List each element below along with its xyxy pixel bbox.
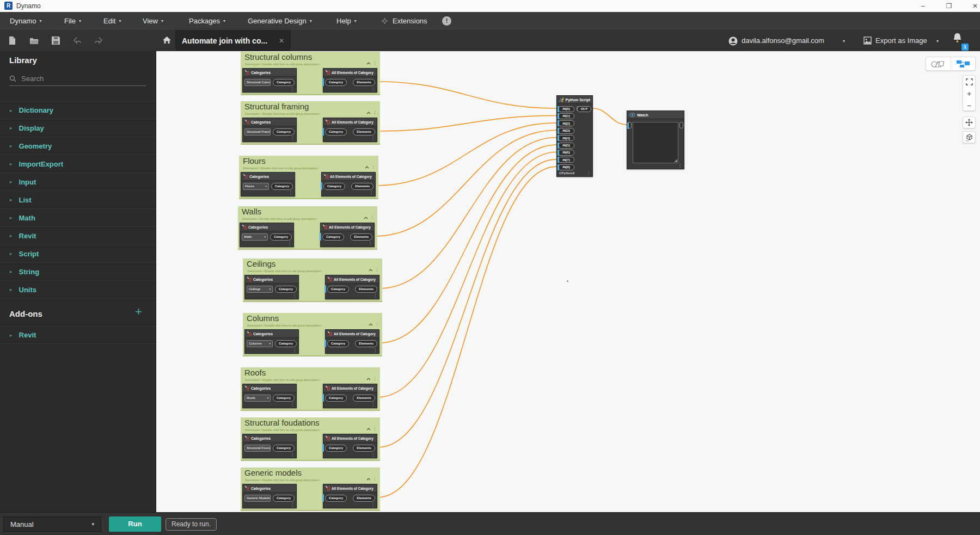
category-input-port[interactable]: Category [325,79,347,86]
menu-item-dynamo[interactable]: Dynamo▾ [10,12,41,30]
open-file-icon[interactable] [29,36,39,45]
export-image-icon[interactable] [863,36,872,45]
node-menu-icon[interactable]: ⋮ [290,402,295,407]
python-input-port-2[interactable]: IN[2] [558,120,574,126]
category-input-port[interactable]: Category [325,495,347,502]
addons-item-revit[interactable]: ▸Revit [0,326,156,344]
all-elements-of-category-node[interactable]: All Elements of CategoryCategoryElements… [321,172,376,196]
search-input[interactable] [21,75,130,83]
categories-node[interactable]: CategoriesColumns▾Category⋮ [244,329,299,354]
category-dropdown[interactable]: Structural Foundations▾ [244,445,271,452]
notification-bell-icon[interactable] [952,32,963,44]
group-menu-icon[interactable]: ⋮ [371,165,375,169]
categories-node[interactable]: CategoriesCeilings▾Category⋮ [244,275,299,299]
categories-node-header[interactable]: Categories [243,434,296,442]
all-elements-of-category-node[interactable]: All Elements of CategoryCategoryElements… [320,223,375,247]
node-group[interactable]: WallsDescription <Double click here to e… [238,206,377,250]
wire[interactable] [377,152,556,397]
category-output-port[interactable]: Category [275,340,297,347]
sidebar-item-units[interactable]: ▸Units [0,281,156,299]
close-button[interactable]: ✕ [966,0,980,12]
category-input-port[interactable]: Category [327,340,349,347]
elements-output-port[interactable]: Elements [353,128,375,136]
menu-item-edit[interactable]: Edit▾ [103,12,121,30]
all-elements-of-category-node[interactable]: All Elements of CategoryCategoryElements… [325,275,379,299]
maximize-button[interactable]: ❐ [940,0,958,12]
elements-output-port[interactable]: Elements [353,395,375,402]
categories-node[interactable]: CategoriesFloors▾Category⋮ [241,172,295,196]
all-elements-of-category-node[interactable]: All Elements of CategoryCategoryElements… [323,68,377,93]
category-dropdown[interactable]: Columns▾ [247,340,273,347]
elements-output-port[interactable]: Elements [355,286,377,293]
group-description[interactable]: Description <Double click here to edit g… [245,478,320,482]
sidebar-item-dictionary[interactable]: ▸Dictionary [0,101,156,119]
category-output-port[interactable]: Category [273,495,295,502]
redo-icon[interactable] [94,36,103,45]
categories-node[interactable]: CategoriesWalls▾Category⋮ [240,223,294,247]
group-menu-icon[interactable]: ⋮ [373,377,377,381]
all-elements-of-category-node[interactable]: All Elements of CategoryCategoryElements… [323,434,377,458]
node-menu-icon[interactable]: ⋮ [290,136,295,141]
menu-item-help[interactable]: Help▾ [336,12,357,30]
category-input-port[interactable]: Category [322,233,344,241]
category-dropdown[interactable]: Ceilings▾ [247,286,273,293]
node-menu-icon[interactable]: ⋮ [368,241,372,246]
node-group[interactable]: Generic modelsDescription <Double click … [241,468,380,511]
python-input-port-4[interactable]: IN[4] [558,135,574,141]
node-menu-icon[interactable]: ⋮ [287,241,292,246]
node-menu-icon[interactable]: ⋮ [371,502,375,507]
menu-item-view[interactable]: View▾ [143,12,163,30]
menu-item-generative-design[interactable]: Generative Design▾ [248,12,312,30]
group-menu-icon[interactable]: ⋮ [373,477,377,481]
categories-node-header[interactable]: Categories [240,223,293,231]
categories-node-header[interactable]: Categories [243,384,296,392]
home-icon[interactable] [162,35,171,45]
elements-output-port[interactable]: Elements [353,445,375,452]
wire[interactable] [377,115,556,131]
node-menu-icon[interactable]: ⋮ [290,452,295,457]
collapse-chevron-icon[interactable] [364,217,368,219]
all-elements-node-header[interactable]: All Elements of Category [323,384,377,392]
category-input-port[interactable]: Category [325,128,347,136]
category-output-port[interactable]: Category [271,183,293,190]
notification-badge[interactable]: 1 [961,44,969,51]
python-node-menu-icon[interactable]: ⋮ [586,171,591,176]
sidebar-item-importexport[interactable]: ▸ImportExport [0,155,156,173]
node-menu-icon[interactable]: ⋮ [371,87,375,91]
category-input-port[interactable]: Category [325,395,347,402]
account-avatar-icon[interactable] [728,36,738,46]
save-icon[interactable] [51,36,60,45]
group-description[interactable]: Description <Double click here to edit g… [242,217,317,220]
run-mode-select[interactable]: Manual ▾ [3,516,101,532]
wire[interactable] [379,145,556,343]
category-output-port[interactable]: Category [273,395,295,402]
group-description[interactable]: Description <Double click here to edit g… [245,63,320,66]
python-input-port-3[interactable]: IN[3] [558,128,574,134]
categories-node[interactable]: CategoriesStructural Framing▾Category⋮ [242,118,297,142]
group-menu-icon[interactable]: ⋮ [373,61,377,65]
zoom-out-button[interactable]: − [963,100,975,112]
elements-output-port[interactable]: Elements [353,79,375,86]
node-group[interactable]: Structural columnsDescription <Double cl… [241,52,380,95]
node-group[interactable]: RoofsDescription <Double click here to e… [241,367,380,411]
category-dropdown[interactable]: Generic Models▾ [244,495,271,502]
node-menu-icon[interactable]: ⋮ [290,502,295,507]
all-elements-of-category-node[interactable]: All Elements of CategoryCategoryElements… [325,329,379,354]
group-description[interactable]: Description <Double click here to edit g… [245,378,320,382]
fit-view-button[interactable] [963,76,975,88]
all-elements-node-header[interactable]: All Elements of Category [323,434,377,442]
category-dropdown[interactable]: Structural Framing▾ [244,128,271,136]
all-elements-of-category-node[interactable]: All Elements of CategoryCategoryElements… [323,484,377,508]
sidebar-item-display[interactable]: ▸Display [0,119,156,137]
menu-item-packages[interactable]: Packages▾ [189,12,225,30]
tab-workspace[interactable]: Automate join with co... ✕ [175,30,291,51]
watch-output-port[interactable] [679,122,683,128]
sidebar-item-geometry[interactable]: ▸Geometry [0,137,156,155]
group-menu-icon[interactable]: ⋮ [373,110,377,115]
categories-node-header[interactable]: Categories [243,118,296,126]
node-menu-icon[interactable]: ⋮ [289,190,293,195]
category-output-port[interactable]: Category [273,445,295,452]
wire[interactable] [377,159,556,447]
python-input-port-8[interactable]: IN[8] [558,164,574,170]
category-dropdown[interactable]: Structural Columns▾ [244,79,271,86]
